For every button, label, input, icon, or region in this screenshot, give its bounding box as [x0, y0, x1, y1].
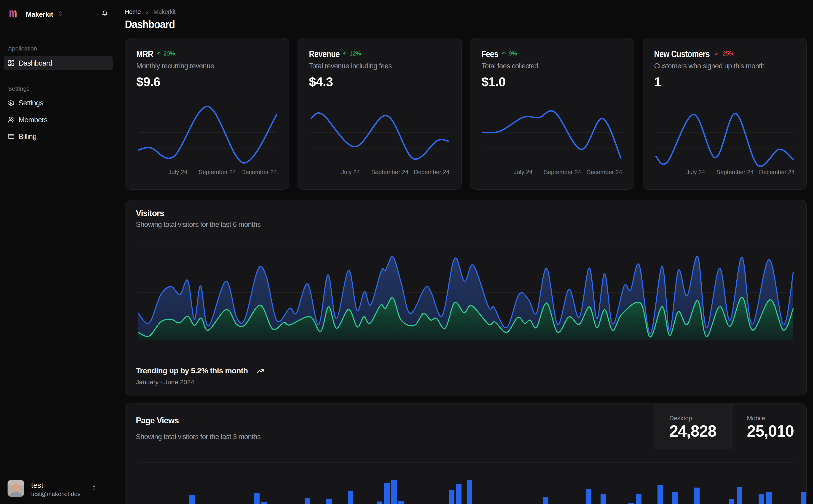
svg-text:m: m [9, 8, 17, 19]
